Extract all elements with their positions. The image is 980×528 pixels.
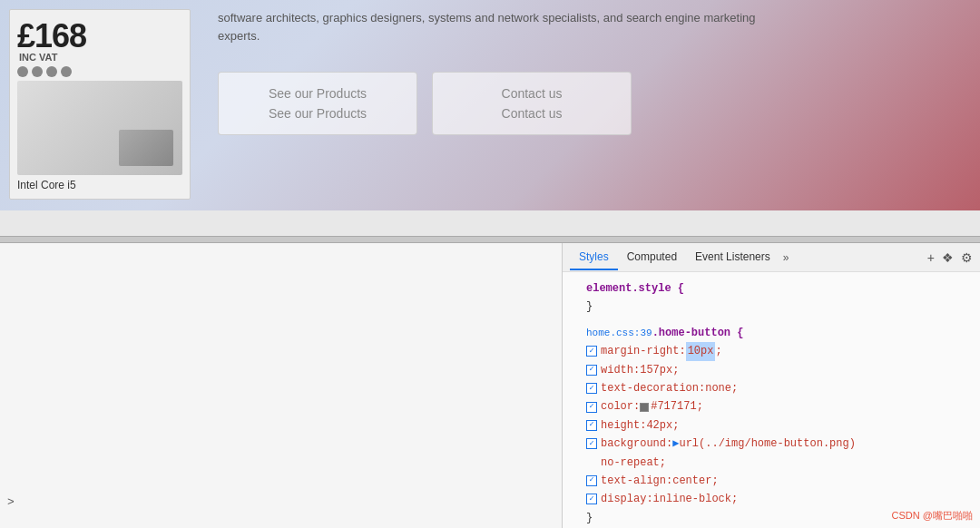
tab-actions: + ❖ ⚙	[927, 250, 973, 265]
product-dot-3	[46, 66, 57, 77]
style-line-margin-right: margin-right: 10px ;	[572, 342, 971, 360]
home-button-close-brace: }	[586, 509, 593, 527]
devtools-panel: > Styles Computed Event Listeners » + ❖ …	[0, 243, 980, 528]
style-checkbox-text-decoration[interactable]	[586, 383, 597, 394]
style-value-height: 42px;	[646, 416, 679, 435]
style-checkbox-text-align[interactable]	[586, 475, 597, 486]
styles-content: element.style { } home.css:39 .home-butt…	[563, 272, 980, 528]
style-line-text-decoration: text-decoration: none;	[572, 379, 971, 397]
element-style-block: element.style { }	[572, 279, 971, 317]
devtools-styles-panel: Styles Computed Event Listeners » + ❖ ⚙ …	[563, 243, 980, 528]
add-rule-button[interactable]: +	[927, 250, 935, 265]
home-button-style-block: home.css:39 .home-button { margin-right:…	[572, 324, 971, 527]
color-swatch-717171[interactable]	[640, 403, 649, 412]
style-value-background-url: url(../img/home-button.png)	[679, 435, 855, 453]
style-prop-display: display:	[601, 490, 653, 508]
browser-top: £168 INC VAT Intel Core i5 software arch…	[0, 0, 980, 236]
style-line-display: display: inline-block;	[572, 490, 971, 508]
home-button-selector: .home-button {	[652, 324, 744, 342]
style-checkbox-color[interactable]	[586, 402, 597, 413]
style-prop-height: height:	[601, 416, 646, 435]
style-value-width: 157px;	[640, 361, 679, 379]
element-style-label: element.style {	[586, 279, 684, 298]
grid-button[interactable]: ❖	[942, 250, 954, 265]
product-vat: INC VAT	[19, 52, 182, 63]
style-prop-text-align: text-align:	[601, 472, 672, 490]
style-line-text-align: text-align: center;	[572, 472, 971, 490]
devtools-tabs-bar: Styles Computed Event Listeners » + ❖ ⚙	[563, 243, 980, 272]
style-line-width: width: 157px;	[572, 361, 971, 379]
background-url-arrow[interactable]: ▶	[672, 435, 679, 453]
style-source[interactable]: home.css:39	[586, 325, 652, 342]
style-semicolon-margin-right: ;	[715, 342, 721, 360]
product-card: £168 INC VAT Intel Core i5	[9, 9, 191, 200]
website-content: £168 INC VAT Intel Core i5 software arch…	[0, 0, 980, 210]
tab-styles[interactable]: Styles	[570, 245, 618, 270]
csdn-watermark: CSDN @嘴巴啪啪	[892, 509, 973, 523]
product-dot-4	[61, 66, 72, 77]
see-products-line1: See our Products	[269, 83, 367, 103]
style-value-background-norepeat: no-repeat;	[601, 454, 666, 472]
product-dots	[17, 66, 182, 77]
contact-us-line2: Contact us	[502, 103, 563, 123]
product-image	[17, 81, 182, 175]
contact-us-line1: Contact us	[502, 83, 563, 103]
product-dot-1	[17, 66, 28, 77]
see-products-line2: See our Products	[269, 103, 367, 123]
style-checkbox-display[interactable]	[586, 494, 597, 504]
style-prop-margin-right: margin-right:	[601, 342, 686, 360]
style-value-display: inline-block;	[653, 490, 739, 508]
style-prop-width: width:	[601, 361, 640, 379]
dom-element-indicator: >	[7, 495, 554, 509]
style-value-text-align: center;	[672, 472, 718, 490]
element-style-header: element.style {	[572, 279, 971, 298]
settings-button[interactable]: ⚙	[961, 250, 973, 265]
style-checkbox-width[interactable]	[586, 365, 597, 376]
style-prop-text-decoration: text-decoration:	[601, 379, 705, 397]
style-line-background-2: no-repeat;	[572, 454, 971, 472]
style-line-height: height: 42px;	[572, 416, 971, 435]
tab-event-listeners[interactable]: Event Listeners	[686, 245, 779, 270]
description-text: software architects, graphics designers,…	[218, 9, 762, 44]
product-name: Intel Core i5	[17, 179, 182, 191]
divider	[0, 236, 980, 243]
style-prop-color: color:	[601, 397, 640, 416]
see-products-button[interactable]: See our Products See our Products	[218, 72, 417, 135]
contact-us-button[interactable]: Contact us Contact us	[432, 72, 632, 135]
tab-computed[interactable]: Computed	[618, 245, 686, 270]
style-prop-background: background:	[601, 435, 672, 453]
product-price: £168	[17, 17, 182, 55]
devtools-dom-panel: >	[0, 243, 563, 528]
style-checkbox-margin-right[interactable]	[586, 346, 597, 357]
element-style-close-brace: }	[586, 298, 593, 316]
style-value-margin-right: 10px	[686, 342, 716, 360]
tabs-more[interactable]: »	[783, 251, 789, 264]
style-value-text-decoration: none;	[705, 379, 738, 397]
style-line-background: background: ▶ url(../img/home-button.png…	[572, 435, 971, 453]
product-dot-2	[32, 66, 43, 77]
right-content: software architects, graphics designers,…	[200, 0, 980, 210]
buttons-row: See our Products See our Products Contac…	[218, 72, 962, 135]
style-checkbox-background[interactable]	[586, 438, 597, 449]
style-value-color: #717171;	[651, 397, 703, 416]
style-checkbox-height[interactable]	[586, 420, 597, 431]
element-style-close-line: }	[572, 298, 971, 316]
style-line-color: color: #717171;	[572, 397, 971, 416]
home-button-selector-line: home.css:39 .home-button {	[572, 324, 971, 342]
